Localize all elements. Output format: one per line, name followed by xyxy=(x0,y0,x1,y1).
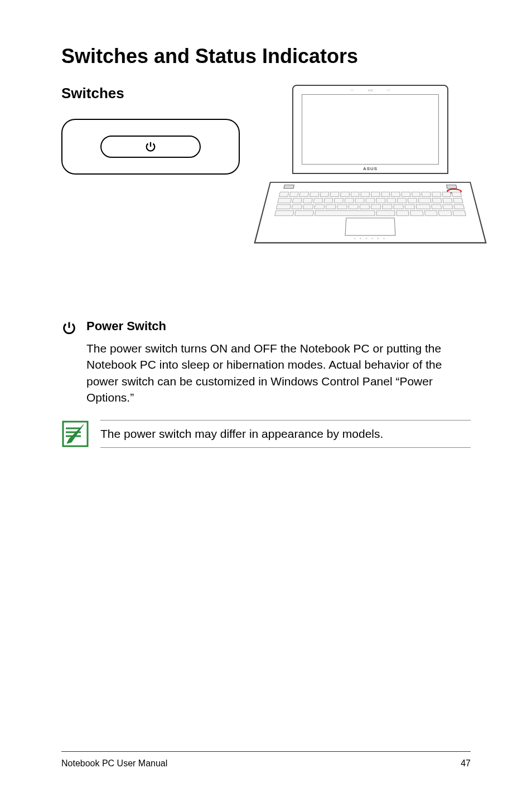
note-text: The power switch may differ in appearanc… xyxy=(100,420,471,448)
power-switch-body: The power switch turns ON and OFF the No… xyxy=(86,340,471,406)
left-column: Switches xyxy=(61,85,253,175)
page-footer: Notebook PC User Manual 47 xyxy=(61,751,471,769)
indicator-dots: • • • • • • xyxy=(354,236,386,240)
power-icon xyxy=(61,320,77,338)
footer-page-number: 47 xyxy=(461,758,471,769)
main-heading: Switches and Status Indicators xyxy=(61,45,471,68)
laptop-brand-label: ASUS xyxy=(363,166,378,171)
laptop-base: • • • • • • xyxy=(254,182,486,243)
keyboard-area xyxy=(274,192,466,216)
screen-top-sensors: —▪ ⊡— xyxy=(293,88,447,92)
hinge-left xyxy=(283,185,294,189)
touchpad xyxy=(345,218,395,235)
note-icon xyxy=(61,420,89,448)
laptop-diagram: —▪ ⊡— ASUS xyxy=(270,85,471,241)
switch-box-outer xyxy=(61,119,240,175)
switches-heading: Switches xyxy=(61,85,253,102)
laptop-screen-inner xyxy=(302,94,439,165)
switch-box-inner xyxy=(100,136,201,158)
footer-left: Notebook PC User Manual xyxy=(61,758,167,769)
laptop-screen: —▪ ⊡— xyxy=(292,85,448,174)
note-block: The power switch may differ in appearanc… xyxy=(61,420,471,448)
power-icon xyxy=(144,141,157,153)
top-section: Switches —▪ ⊡— ASUS xyxy=(61,85,471,241)
power-switch-title: Power Switch xyxy=(86,319,471,334)
power-switch-section: Power Switch The power switch turns ON a… xyxy=(61,319,471,406)
hinge-right xyxy=(446,185,457,189)
